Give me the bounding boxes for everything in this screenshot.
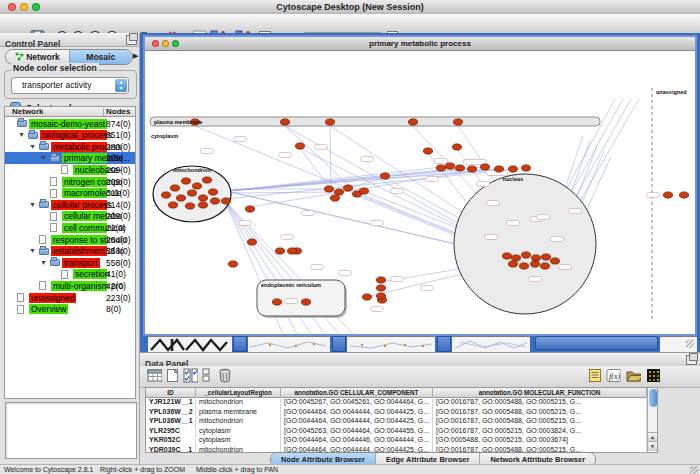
network-node[interactable]: [468, 166, 477, 172]
tab-mosaic[interactable]: Mosaic: [69, 50, 133, 64]
background-window-fragment[interactable]: [660, 336, 697, 352]
frame-close-button[interactable]: [152, 40, 159, 47]
tree-expand-arrow[interactable]: ▼: [29, 201, 36, 209]
resize-grip-icon[interactable]: [686, 340, 694, 348]
table-row[interactable]: YPL036W__2plasma membrane[GO:0044464, GO…: [146, 407, 647, 417]
network-node[interactable]: [424, 148, 433, 154]
network-node[interactable]: [409, 119, 418, 125]
tree-row[interactable]: ▼metabolic process280(0): [5, 141, 135, 153]
network-node[interactable]: [377, 293, 386, 299]
network-node[interactable]: [193, 183, 202, 189]
network-node[interactable]: [246, 206, 255, 212]
tree-row[interactable]: response to stimulu264(0): [5, 234, 135, 246]
unselect-attributes-icon[interactable]: [202, 368, 217, 383]
tab-network[interactable]: Network: [6, 50, 69, 64]
table-column-header[interactable]: annotation.GO CELLULAR_COMPONENT: [281, 388, 433, 397]
network-node[interactable]: [495, 166, 504, 172]
formula-icon[interactable]: f(x): [606, 368, 621, 383]
scroll-down-button[interactable]: ▼: [648, 441, 657, 451]
tree-expand-arrow[interactable]: ▼: [40, 154, 47, 162]
network-node[interactable]: [209, 189, 218, 195]
network-node[interactable]: [664, 192, 673, 198]
background-window-fragment[interactable]: [347, 336, 435, 352]
table-column-header[interactable]: _cellularLayoutRegion: [196, 388, 281, 397]
network-node[interactable]: [680, 192, 689, 198]
node-color-dropdown[interactable]: transporter activity ▲▼: [11, 77, 129, 94]
network-node[interactable]: [344, 185, 353, 191]
tree-row[interactable]: ▼biological_process651(0): [5, 129, 135, 141]
network-node[interactable]: [203, 177, 212, 183]
tree-row[interactable]: secretion41(0): [5, 268, 135, 280]
tree-row[interactable]: mosaic-demo-yeast874(0): [5, 118, 135, 130]
table-vertical-scrollbar[interactable]: ▲ ▼: [647, 388, 657, 452]
nucleus-region[interactable]: [454, 174, 596, 314]
table-row[interactable]: YKR052Ccytoplasm[GO:0044464, GO:0044446,…: [146, 435, 647, 445]
tree-row[interactable]: ▼transport558(0): [5, 257, 135, 269]
tree-row[interactable]: ▼establishment of lo558(0): [5, 245, 135, 257]
tree-row[interactable]: multi-organism pro42(0): [5, 280, 135, 292]
network-graph[interactable]: plasma membranecytoplasmmitochondrionnuc…: [145, 51, 695, 334]
table-row[interactable]: YLR295Ccytoplasm[GO:0045263, GO:0044464,…: [146, 426, 647, 436]
tree-expand-arrow[interactable]: ▼: [29, 143, 36, 151]
network-node[interactable]: [335, 189, 344, 195]
tree-expand-arrow[interactable]: ▼: [40, 259, 47, 267]
heatmap-icon[interactable]: [646, 368, 661, 383]
tree-row[interactable]: ▼cellular process614(0): [5, 199, 135, 211]
network-node[interactable]: [541, 263, 550, 269]
tree-expand-arrow[interactable]: ▼: [18, 131, 25, 139]
tree-row[interactable]: nitrogen compo209(0): [5, 176, 135, 188]
network-node[interactable]: [273, 299, 282, 305]
background-window-fragment[interactable]: [148, 336, 232, 352]
network-node[interactable]: [288, 248, 297, 254]
table-column-header[interactable]: annotation.GO MOLECULAR_FUNCTION: [433, 388, 647, 397]
network-tree-header[interactable]: Network Nodes: [4, 106, 136, 117]
tree-row[interactable]: Overview8(0): [5, 303, 135, 315]
network-node[interactable]: [186, 203, 195, 209]
network-node[interactable]: [199, 195, 208, 201]
network-node[interactable]: [302, 299, 311, 305]
network-node[interactable]: [229, 261, 238, 267]
background-window-corner[interactable]: [233, 336, 247, 352]
network-node[interactable]: [532, 255, 541, 261]
scrollbar-thumb[interactable]: [649, 389, 657, 407]
minimize-window-button[interactable]: [20, 3, 28, 11]
delete-attribute-icon[interactable]: [218, 368, 233, 383]
attribute-table[interactable]: ID_cellularLayoutRegionannotation.GO CEL…: [145, 387, 658, 453]
network-node[interactable]: [531, 261, 540, 267]
tree-row[interactable]: nucleobase-209(0): [5, 164, 135, 176]
network-node[interactable]: [296, 143, 305, 149]
table-row[interactable]: YJR121W__1mitochondrion[GO:0045267, GO:0…: [146, 397, 647, 407]
table-column-header[interactable]: ID: [146, 388, 196, 397]
network-node[interactable]: [520, 263, 529, 269]
network-node[interactable]: [509, 166, 518, 172]
network-canvas[interactable]: plasma membranecytoplasmmitochondrionnuc…: [145, 51, 695, 334]
background-window-fragment[interactable]: [248, 336, 330, 352]
background-window-corner[interactable]: [437, 336, 451, 352]
network-node[interactable]: [169, 202, 178, 208]
network-node[interactable]: [509, 261, 518, 267]
attribute-batch-icon[interactable]: [147, 368, 162, 383]
table-row[interactable]: YPL036W__1mitochondrion[GO:0044464, GO:0…: [146, 416, 647, 426]
network-frame-titlebar[interactable]: primary metabolic process: [145, 37, 695, 51]
plasma-membrane-region[interactable]: [150, 117, 600, 126]
network-node[interactable]: [162, 192, 171, 198]
float-panel-icon[interactable]: [126, 35, 137, 45]
network-node[interactable]: [177, 195, 186, 201]
network-node[interactable]: [437, 165, 446, 171]
tree-row[interactable]: macromolecule311(0): [5, 187, 135, 199]
network-node[interactable]: [522, 252, 531, 258]
network-node[interactable]: [453, 144, 462, 150]
frame-zoom-button[interactable]: [172, 40, 179, 47]
network-node[interactable]: [381, 173, 390, 179]
resize-grip-icon[interactable]: [690, 466, 698, 474]
network-node[interactable]: [248, 239, 257, 245]
network-node[interactable]: [551, 258, 560, 264]
network-node[interactable]: [199, 202, 208, 208]
network-node[interactable]: [276, 248, 285, 254]
network-node[interactable]: [512, 255, 521, 261]
tree-expand-arrow[interactable]: ▼: [29, 247, 36, 255]
tree-row[interactable]: unassigned223(0): [5, 292, 135, 304]
tab-overflow-arrow[interactable]: ▶: [133, 52, 138, 60]
network-node[interactable]: [454, 119, 463, 125]
birdseye-view[interactable]: [5, 402, 137, 459]
